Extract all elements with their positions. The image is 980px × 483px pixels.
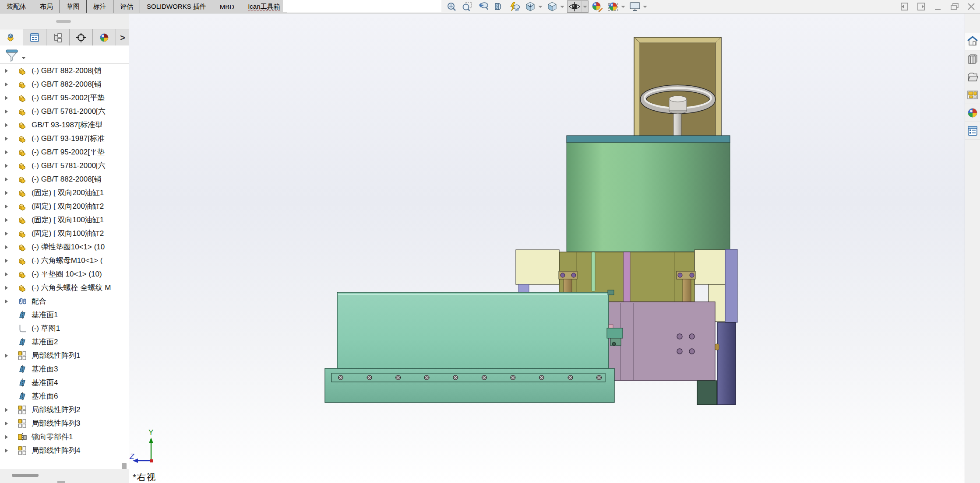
expand-arrow-icon[interactable]: [0, 96, 12, 100]
tab-display-manager[interactable]: [93, 29, 116, 46]
view-settings-dropdown[interactable]: [643, 6, 647, 8]
tree-horizontal-scrollbar[interactable]: [12, 474, 39, 477]
task-pane-home[interactable]: [965, 32, 980, 50]
restore-button[interactable]: [949, 2, 960, 11]
task-pane-file-explorer[interactable]: [965, 68, 980, 86]
tree-item-4[interactable]: (-) GB/T 5781-2000[六: [0, 105, 118, 118]
minimize-button[interactable]: [933, 2, 943, 11]
section-view-button[interactable]: [492, 0, 506, 13]
tree-item-19[interactable]: 基准面1: [0, 308, 118, 322]
tree-item-9[interactable]: (-) GB/T 882-2008[销: [0, 172, 118, 186]
tree-item-2[interactable]: (-) GB/T 882-2008[销: [0, 77, 118, 91]
expand-arrow-icon[interactable]: [0, 177, 12, 182]
expand-arrow-icon[interactable]: [0, 272, 12, 276]
tab-dimxpert-manager[interactable]: [70, 29, 93, 46]
tree-item-20[interactable]: (-) 草图1: [0, 322, 118, 335]
zoom-to-fit-button[interactable]: [444, 0, 458, 13]
hide-show-items-dropdown[interactable]: [583, 6, 587, 8]
expand-arrow-icon[interactable]: [0, 245, 12, 249]
tree-item-29[interactable]: 局部线性阵列4: [0, 444, 118, 457]
machine-model[interactable]: [129, 14, 965, 483]
apply-scene-button[interactable]: [606, 0, 620, 13]
tree-item-16[interactable]: (-) 平垫圈 10<1> (10): [0, 267, 118, 281]
expand-arrow-icon[interactable]: [0, 408, 12, 412]
ribbon-tab-8[interactable]: Ican工具箱: [241, 0, 287, 13]
tree-item-13[interactable]: (固定) [ 双向100油缸2: [0, 227, 118, 240]
tree-item-5[interactable]: GB/T 93-1987[标准型: [0, 118, 118, 132]
tree-item-27[interactable]: 局部线性阵列3: [0, 416, 118, 430]
expand-arrow-icon[interactable]: [0, 421, 12, 426]
tree-item-7[interactable]: (-) GB/T 95-2002[平垫: [0, 145, 118, 159]
tree-item-28[interactable]: 镜向零部件1: [0, 430, 118, 444]
tree-item-1[interactable]: (-) GB/T 882-2008[销: [0, 64, 118, 77]
tab-featuremanager-design-tree[interactable]: [0, 29, 23, 46]
ribbon-tab-6[interactable]: SOLIDWORKS 插件: [140, 0, 213, 13]
ribbon-tab-2[interactable]: 布局: [33, 0, 60, 13]
tree-item-11[interactable]: (固定) [ 双向200油缸2: [0, 200, 118, 213]
expand-arrow-icon[interactable]: [0, 354, 12, 358]
expand-arrow-icon[interactable]: [0, 259, 12, 263]
task-pane-appearances[interactable]: [965, 104, 980, 122]
task-pane-custom-properties[interactable]: [965, 122, 980, 140]
expand-arrow-icon[interactable]: [0, 231, 12, 236]
expand-arrow-icon[interactable]: [0, 218, 12, 222]
display-style-dropdown[interactable]: [560, 6, 564, 8]
tree-item-24[interactable]: 基准面4: [0, 376, 118, 389]
tree-item-22[interactable]: 局部线性阵列1: [0, 349, 118, 362]
tree-item-6[interactable]: (-) GB/T 93-1987[标准: [0, 132, 118, 145]
tree-item-15[interactable]: (-) 六角螺母M10<1> (: [0, 254, 118, 267]
view-settings-button[interactable]: [628, 0, 642, 13]
previous-view-button[interactable]: [476, 0, 490, 13]
ribbon-tab-1[interactable]: 装配体: [0, 0, 33, 13]
expand-arrow-icon[interactable]: [0, 69, 12, 73]
graphics-viewport[interactable]: Y Z *右视: [129, 14, 965, 483]
expand-arrow-icon[interactable]: [0, 448, 12, 453]
expand-arrow-icon[interactable]: [0, 109, 12, 114]
ribbon-tab-5[interactable]: 评估: [113, 0, 140, 13]
close-button[interactable]: [966, 2, 976, 11]
hide-show-items-button[interactable]: [568, 0, 582, 13]
expand-arrow-icon[interactable]: [0, 123, 12, 127]
zoom-to-area-button[interactable]: [460, 0, 474, 13]
tree-item-17[interactable]: (-) 六角头螺栓 全螺纹 M: [0, 281, 118, 294]
pane-left-button[interactable]: [899, 2, 910, 11]
apply-scene-dropdown[interactable]: [621, 6, 625, 8]
funnel-icon[interactable]: [4, 48, 19, 63]
panel-bottom-grip[interactable]: [57, 481, 65, 483]
view-orientation-dropdown[interactable]: [538, 6, 543, 8]
edit-appearance-button[interactable]: [590, 0, 604, 13]
tree-item-12[interactable]: (固定) [ 双向100油缸1: [0, 213, 118, 227]
tree-item-3[interactable]: (-) GB/T 95-2002[平垫: [0, 91, 118, 105]
panel-grip-handle[interactable]: [56, 20, 71, 23]
pane-right-button[interactable]: [916, 2, 927, 11]
expand-arrow-icon[interactable]: [0, 299, 12, 304]
panel-tabs-overflow-arrow[interactable]: >: [116, 29, 129, 46]
dynamic-annotation-views-button[interactable]: [508, 0, 522, 13]
tab-property-manager[interactable]: [23, 29, 46, 46]
display-style-button[interactable]: [545, 0, 559, 13]
ribbon-tab-4[interactable]: 标注: [87, 0, 113, 13]
task-pane-design-library[interactable]: [965, 50, 980, 68]
ribbon-tab-7[interactable]: MBD: [213, 0, 241, 13]
tree-item-10[interactable]: (固定) [ 双向200油缸1: [0, 186, 118, 200]
ribbon-tab-3[interactable]: 草图: [60, 0, 87, 13]
expand-arrow-icon[interactable]: [0, 82, 12, 87]
expand-arrow-icon[interactable]: [0, 191, 12, 195]
expand-arrow-icon[interactable]: [0, 150, 12, 154]
expand-arrow-icon[interactable]: [0, 136, 12, 141]
expand-arrow-icon[interactable]: [0, 435, 12, 439]
task-pane-view-palette[interactable]: [965, 86, 980, 104]
expand-arrow-icon[interactable]: [0, 204, 12, 209]
tree-item-23[interactable]: 基准面3: [0, 362, 118, 376]
view-orientation-button[interactable]: [523, 0, 537, 13]
tree-item-8[interactable]: (-) GB/T 5781-2000[六: [0, 159, 118, 172]
tab-configuration-manager[interactable]: [46, 29, 70, 46]
tree-item-21[interactable]: 基准面2: [0, 335, 118, 349]
tree-item-25[interactable]: 基准面6: [0, 389, 118, 403]
tree-item-18[interactable]: 配合: [0, 294, 118, 308]
expand-arrow-icon[interactable]: [0, 286, 12, 290]
expand-arrow-icon[interactable]: [0, 164, 12, 168]
tree-item-26[interactable]: 局部线性阵列2: [0, 403, 118, 416]
tree-item-14[interactable]: (-) 弹性垫圈10<1> (10: [0, 240, 118, 254]
filter-dropdown-caret[interactable]: [22, 57, 25, 59]
